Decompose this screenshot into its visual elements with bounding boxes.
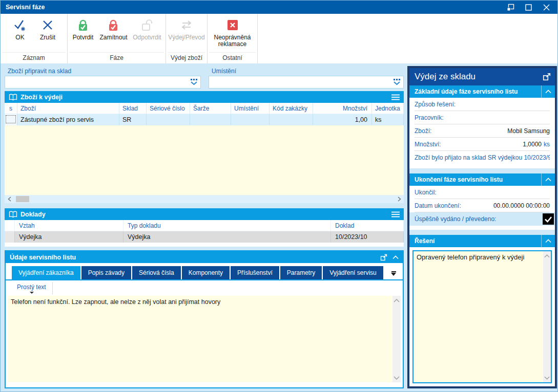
documents-table-row[interactable]: Výdejka Výdejka 10/2023/10 (5, 231, 404, 243)
customer-statement-textarea[interactable]: Telefon není funkční. Lze zapnout, ale n… (8, 296, 401, 382)
tab-seriova-cisla[interactable]: Sériová čísla (132, 266, 181, 279)
scroll-down-icon[interactable] (394, 374, 400, 381)
close-icon[interactable] (543, 4, 550, 11)
field-value[interactable]: Mobil Samsung (507, 127, 550, 135)
group-label-zaznam: Záznam (2, 52, 66, 63)
solution-section-header[interactable]: Řešení (409, 235, 555, 247)
reject-button[interactable]: Zamítnout (97, 16, 130, 52)
basic-section-header[interactable]: Základní údaje fáze servisního listu (409, 85, 555, 98)
vertical-scrollbar[interactable] (543, 251, 551, 382)
goods-column-headers[interactable]: s Zboží Sklad Sériové číslo Šarže Umístě… (5, 103, 404, 114)
popout-window-icon[interactable] (380, 254, 387, 261)
success-checkbox[interactable] (543, 213, 554, 225)
stock-receipt-note: Zboží bylo přijato na sklad SR výdejkou … (415, 151, 550, 164)
confirm-button[interactable]: Potvrdit (70, 16, 96, 52)
documents-column-headers[interactable]: Vztah Typ dokladu Doklad (5, 220, 404, 231)
scroll-down-icon[interactable] (544, 374, 550, 381)
location-combo-input[interactable] (209, 76, 404, 89)
field-value[interactable]: 1,0000 (523, 141, 542, 148)
solution-text: Opravený telefon připravený k výdeji (414, 251, 551, 263)
table-menu-icon[interactable] (391, 94, 400, 100)
customer-statement-text: Telefon není funkční. Lze zapnout, ale n… (8, 296, 401, 308)
checkbox-label: Úspěšně vydáno / převedeno: (415, 215, 496, 223)
completion-section-header[interactable]: Ukončení fáze servisního listu (409, 173, 555, 186)
column-header: s (5, 103, 17, 114)
collapse-chevron-icon[interactable] (541, 173, 555, 186)
documents-table-panel: Doklady Vztah Typ dokladu Doklad Výdejka… (5, 208, 404, 247)
issue-transfer-button[interactable]: Výdej/Převod (168, 16, 205, 52)
lock-open-icon (140, 18, 154, 32)
field-unit: ks (544, 141, 550, 148)
cell-sklad: SR (119, 114, 147, 125)
stock-combo-input[interactable] (5, 76, 201, 89)
unconfirm-button[interactable]: Odpotvrdit (131, 16, 163, 52)
service-phase-window: Servisní fáze OK (0, 0, 558, 392)
tab-vyjadreni-servisu[interactable]: Vyjádření servisu (323, 266, 383, 279)
scroll-right-icon[interactable] (396, 195, 403, 203)
combo-dropdown-icon[interactable] (393, 79, 403, 85)
cell-zbozi: Zástupné zboží pro servis (17, 114, 119, 125)
field-row: Množství: 1,0000 ks (415, 138, 550, 151)
column-header: Typ dokladu (123, 220, 331, 231)
tab-popis-zavady[interactable]: Popis závady (81, 266, 131, 279)
basic-section-title: Základní údaje fáze servisního listu (409, 88, 518, 95)
basic-section-body: Způsob řešení: Pracovník: Zboží: Mobil S… (409, 98, 555, 168)
window-title: Servisní fáze (1, 4, 45, 11)
scroll-left-icon[interactable] (6, 195, 13, 203)
column-header: Množství (313, 103, 372, 114)
goods-table-row[interactable]: Zástupné zboží pro servis SR 1,00 ks (5, 114, 404, 125)
field-label: Ukončil: (415, 189, 437, 196)
combo-dropdown-icon[interactable] (190, 79, 200, 85)
plain-text-button[interactable]: Prostý text (12, 282, 53, 294)
solution-section: Řešení Opravený telefon připravený k výd… (409, 235, 555, 386)
success-issued-row: Úspěšně vydáno / převedeno: (409, 212, 555, 226)
column-header: Sériové číslo (147, 103, 190, 114)
solution-section-body: Opravený telefon připravený k výdeji (409, 247, 555, 386)
ok-button[interactable]: OK (7, 16, 33, 52)
column-header: Vztah (15, 220, 123, 231)
field-value[interactable]: 00.00.0000 00:00:00 (493, 202, 550, 209)
documents-table-title: Doklady (17, 211, 46, 218)
vertical-scrollbar[interactable] (392, 296, 401, 382)
group-label-faze: Fáze (69, 52, 164, 63)
solution-textarea[interactable]: Opravený telefon připravený k výdeji (412, 250, 552, 383)
scroll-up-icon[interactable] (394, 297, 400, 304)
collapse-chevron-icon[interactable] (541, 235, 555, 247)
tab-prislusenstvi[interactable]: Příslušenství (231, 266, 279, 279)
maximize-icon[interactable] (525, 4, 532, 11)
group-ostatni: Neoprávněná reklamace Ostatní (208, 14, 258, 63)
tab-parametry[interactable]: Parametry (280, 266, 322, 279)
tab-komponenty[interactable]: Komponenty (182, 266, 230, 279)
book-icon (5, 211, 17, 218)
column-header: Jednotka (372, 103, 404, 114)
tab-vyjadreni-zakaznika[interactable]: Vyjádření zákazníka (12, 266, 80, 279)
completion-section-body: Ukončil: Datum ukončení: 00.00.0000 00:0… (409, 186, 555, 230)
group-zaznam: OK Zrušit Záznam (1, 14, 68, 63)
popout-window-icon[interactable] (543, 73, 551, 81)
stock-field-label: Zboží připravit na sklad (8, 68, 71, 75)
dock-window-icon[interactable] (507, 4, 514, 11)
sidebar-title: Výdej ze skladu (415, 72, 476, 82)
horizontal-scrollbar[interactable] (5, 195, 404, 203)
collapse-chevron-icon[interactable] (541, 85, 555, 98)
issue-transfer-label: Výdej/Převod (168, 34, 204, 41)
cell-jednotka: ks (372, 114, 404, 125)
table-menu-icon[interactable] (391, 211, 400, 217)
unauthorized-claim-button[interactable]: Neoprávněná reklamace (210, 16, 255, 52)
row-selection-marker[interactable] (5, 114, 17, 125)
scroll-up-icon[interactable] (544, 252, 550, 259)
cancel-x-icon (41, 18, 54, 32)
cell-mnozstvi: 1,00 (313, 114, 372, 125)
tab-overflow-icon[interactable] (388, 267, 399, 279)
cancel-button[interactable]: Zrušit (34, 16, 61, 52)
solution-section-title: Řešení (409, 237, 435, 245)
field-row: Způsob řešení: (415, 98, 550, 111)
field-label: Množství: (415, 141, 441, 148)
field-row: Datum ukončení: 00.00.0000 00:00:00 (415, 199, 550, 212)
field-row: Zboží: Mobil Samsung (415, 124, 550, 138)
documents-table-header: Doklady (5, 208, 404, 220)
scrollbar-thumb[interactable] (16, 196, 29, 202)
group-vydej-zbozi: Výdej/Převod Výdej zboží (166, 14, 208, 63)
collapse-chevron-icon[interactable] (392, 255, 399, 259)
red-cross-icon (226, 18, 239, 32)
